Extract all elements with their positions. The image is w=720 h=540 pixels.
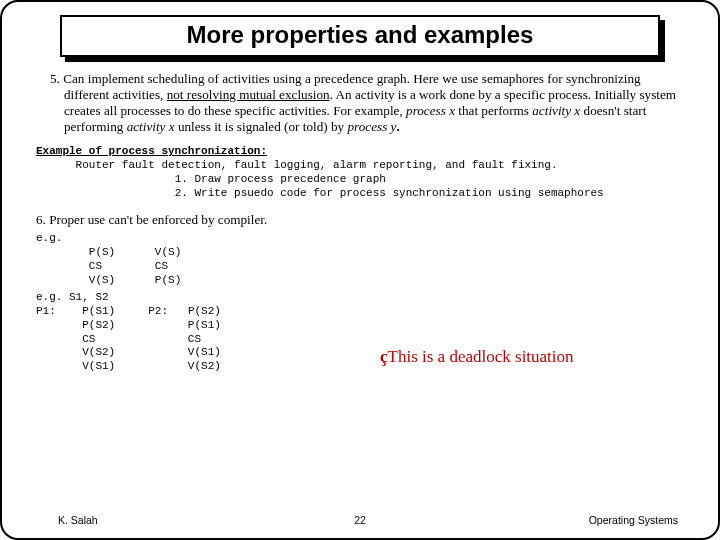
example-block: Example of process synchronization: Rout… [36, 145, 684, 200]
eg1-c1-l2: CS [89, 260, 102, 272]
p2-l4: V(S1) [188, 346, 221, 358]
eg1-c1-l1: P(S) [89, 246, 115, 258]
point-5: 5. Can implement scheduling of activitie… [36, 71, 684, 135]
slide-footer: K. Salah 22 Operating Systems [2, 514, 718, 526]
eg1-block: e.g. P(S) V(S) CS CS V(S) P(S) [36, 232, 684, 287]
eg1-c2-l3: P(S) [155, 274, 181, 286]
point5-activity-x2: activity x [127, 119, 175, 134]
eg2-label-line: e.g. S1, S2 [36, 291, 684, 305]
p1-l4: V(S2) [82, 346, 115, 358]
point5-underlined: not resolving mutual exclusion [167, 87, 330, 102]
example-line1: Router fault detection, fault logging, a… [76, 159, 558, 171]
slide-frame: More properties and examples 5. Can impl… [0, 0, 720, 540]
left-arrow-icon: ç [380, 347, 388, 366]
point5-rest4: unless it is signaled (or told) by [175, 119, 348, 134]
example-item1: 1. Draw process precedence graph [175, 173, 386, 185]
point5-lead: 5. Can implement scheduling of activitie… [50, 71, 413, 86]
point5-end: . [396, 119, 399, 134]
p1-label: P1: [36, 305, 56, 317]
slide-title: More properties and examples [62, 21, 658, 49]
p1-l5: V(S1) [82, 360, 115, 372]
p2-label: P2: [148, 305, 168, 317]
eg2-block: P1: P(S1) P2: P(S2) P(S2) P(S1) CS CS V(… [36, 305, 684, 374]
point5-rest2: that performs [455, 103, 532, 118]
p2-l2: P(S1) [188, 319, 221, 331]
p1-l2: P(S2) [82, 319, 115, 331]
title-container: More properties and examples [60, 15, 660, 57]
p1-l3: CS [82, 333, 95, 345]
p1-l1: P(S1) [82, 305, 115, 317]
footer-author: K. Salah [58, 514, 98, 526]
point5-process-x: process x [406, 103, 455, 118]
point5-activity-x: activity x [532, 103, 580, 118]
footer-course: Operating Systems [589, 514, 678, 526]
point-6: 6. Proper use can't be enforced by compi… [36, 212, 684, 228]
callout-text: This is a deadlock situation [388, 347, 574, 366]
point5-process-y: process y [347, 119, 396, 134]
eg1-c1-l3: V(S) [89, 274, 115, 286]
example-item2: 2. Write psuedo code for process synchro… [175, 187, 604, 199]
example-heading: Example of process synchronization: [36, 145, 267, 157]
eg1-label: e.g. [36, 232, 62, 244]
p2-l1: P(S2) [188, 305, 221, 317]
p2-l5: V(S2) [188, 360, 221, 372]
p2-l3: CS [188, 333, 201, 345]
footer-page-number: 22 [354, 514, 366, 526]
deadlock-row: P1: P(S1) P2: P(S2) P(S2) P(S1) CS CS V(… [30, 305, 690, 374]
eg1-c2-l2: CS [155, 260, 168, 272]
eg1-c2-l1: V(S) [155, 246, 181, 258]
deadlock-callout: çThis is a deadlock situation [380, 347, 574, 367]
title-box: More properties and examples [60, 15, 660, 57]
